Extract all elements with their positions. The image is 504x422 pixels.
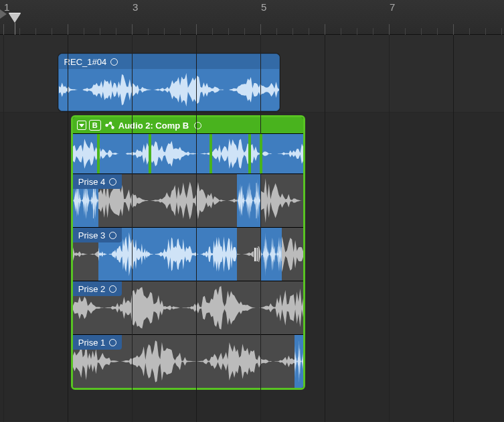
take-name: Prise 1 [78,338,105,348]
take-folder-name: Audio 2: Comp B [118,121,189,131]
loop-icon[interactable] [110,58,118,66]
take-row[interactable]: Prise 1 [73,334,303,388]
bar-number: 1 [4,1,9,13]
take-selection[interactable] [295,335,305,388]
take-label[interactable]: Prise 1 [73,335,122,350]
arrange-area[interactable]: REC_1#04 B Audio 2: Comp B Prise 4Prise [0,35,504,422]
take-row[interactable]: Prise 3 [73,227,303,281]
quick-swipe-icon[interactable] [104,119,116,131]
take-label[interactable]: Prise 2 [73,281,122,296]
audio-region[interactable]: REC_1#04 [58,54,280,111]
comp-splice-divider[interactable] [209,134,212,173]
bar-number: 5 [261,1,266,13]
comp-splice-divider[interactable] [149,134,151,173]
loop-icon[interactable] [109,339,116,346]
take-name: Prise 3 [78,230,105,240]
comp-selector[interactable]: B [89,120,101,131]
loop-icon[interactable] [109,178,116,186]
comp-row[interactable] [73,133,303,173]
comp-splice-divider[interactable] [97,134,100,173]
loop-icon[interactable] [109,285,116,293]
bar-number: 7 [390,1,395,13]
splice-handle[interactable] [254,247,258,262]
comp-splice-divider[interactable] [260,134,262,173]
take-row[interactable]: Prise 4 [73,173,303,227]
loop-icon[interactable] [109,232,116,239]
take-selection[interactable] [261,228,282,281]
take-row[interactable]: Prise 2 [73,281,303,334]
loop-icon[interactable] [194,122,201,129]
comp-splice-divider[interactable] [248,134,251,173]
take-label[interactable]: Prise 3 [73,228,122,242]
take-folder-header[interactable]: B Audio 2: Comp B [73,117,303,133]
take-selection[interactable] [237,174,261,227]
waveform [59,69,279,111]
region-header[interactable]: REC_1#04 [59,54,279,69]
waveform [73,134,303,173]
timeline-ruler[interactable]: 1357 [0,0,504,35]
take-name: Prise 2 [78,284,105,294]
disclosure-triangle-icon[interactable] [77,121,86,130]
take-folder[interactable]: B Audio 2: Comp B Prise 4Prise 3Prise 2P… [71,115,305,390]
take-label[interactable]: Prise 4 [73,174,122,189]
bar-number: 3 [133,1,138,13]
take-name: Prise 4 [78,177,105,187]
region-name: REC_1#04 [64,57,107,67]
